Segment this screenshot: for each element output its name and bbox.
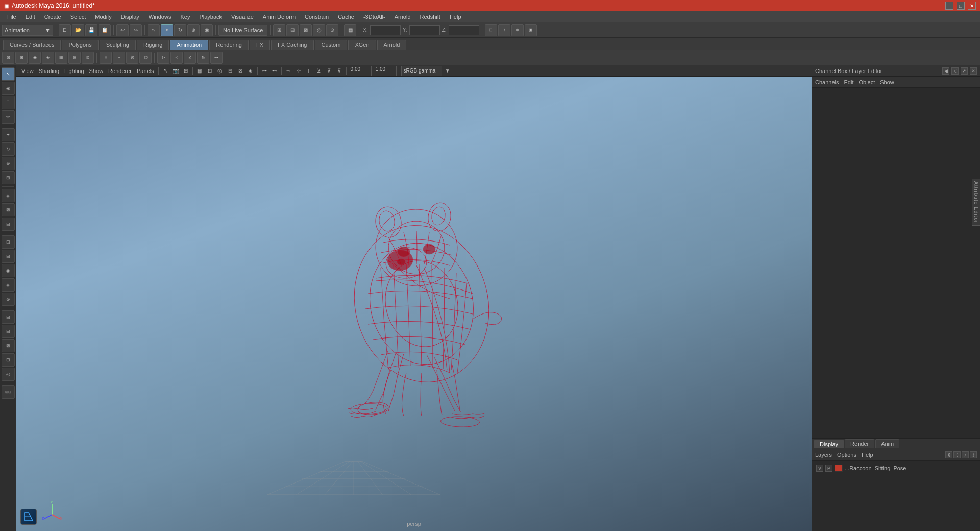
anim-btn5[interactable]: ⊙ (326, 24, 338, 36)
menu-key[interactable]: Key (176, 13, 194, 21)
vp-icon-select[interactable]: ↖ (161, 66, 170, 76)
history-btn2[interactable]: ⊟ (2, 325, 15, 338)
last-tool[interactable]: ⊟ (2, 218, 15, 231)
tab-render[interactable]: Render (845, 439, 874, 448)
menu-playback[interactable]: Playback (195, 13, 226, 21)
rp-btn2[interactable]: ◁ (951, 67, 959, 75)
tb2-key-btn2[interactable]: ⌖ (113, 52, 125, 64)
tab-rendering[interactable]: Rendering (209, 40, 249, 50)
submenu-help[interactable]: Help (862, 452, 873, 458)
tb2-key-btn4[interactable]: ⌬ (139, 52, 152, 64)
gamma-num-field[interactable]: 1.00 (374, 66, 397, 76)
menu-constrain[interactable]: Constrain (301, 13, 333, 21)
tab-xgen[interactable]: XGen (348, 40, 376, 50)
rp-btn1[interactable]: ◀ (942, 67, 949, 75)
tb2-deform-btn2[interactable]: ⊲ (170, 52, 183, 64)
tb2-deform-btn3[interactable]: ⊴ (184, 52, 196, 64)
viewport-show-menu[interactable]: Show (87, 68, 106, 74)
vp-icon-bookmark[interactable]: ⊞ (181, 66, 190, 76)
attribute-editor-tab[interactable]: Attribute Editor (972, 179, 980, 226)
snap-group2[interactable]: ◉ (2, 264, 15, 277)
vp-icon-tex[interactable]: ⊠ (236, 66, 245, 76)
layer-btn3[interactable]: ⟩ (962, 451, 969, 458)
submenu-options[interactable]: Options (837, 452, 856, 458)
paint-select-tool[interactable]: ◉ (2, 82, 15, 95)
tb2-key-btn1[interactable]: ⌗ (100, 52, 112, 64)
tb2-btn7[interactable]: ⊠ (82, 52, 94, 64)
tb2-deform-btn1[interactable]: ⊳ (157, 52, 169, 64)
anim-btn4[interactable]: ◎ (313, 24, 325, 36)
snap-group3[interactable]: ◈ (2, 278, 15, 292)
redo-button[interactable]: ↪ (130, 24, 142, 36)
tb2-btn4[interactable]: ◈ (42, 52, 54, 64)
snap-group4[interactable]: ⊗ (2, 293, 15, 306)
vp-icon-wire[interactable]: ⊟ (226, 66, 235, 76)
tb2-btn2[interactable]: ⊞ (15, 52, 28, 64)
layer-visibility[interactable]: V (816, 465, 823, 472)
tab-fx[interactable]: FX (250, 40, 270, 50)
anim-btn3[interactable]: ⊠ (300, 24, 312, 36)
lasso-tool[interactable]: ⌒ (2, 96, 15, 109)
layer-btn1[interactable]: ⟪ (945, 451, 952, 458)
viewport-renderer-menu[interactable]: Renderer (106, 68, 134, 74)
select-tool[interactable]: ↖ (148, 24, 160, 36)
history-btn5[interactable]: ◎ (2, 368, 15, 381)
vp-icon-box[interactable]: ⊡ (205, 66, 214, 76)
z-field[interactable] (449, 25, 479, 35)
viewport-view-menu[interactable]: View (19, 68, 36, 74)
history-btn4[interactable]: ⊡ (2, 353, 15, 367)
maximize-button[interactable]: □ (957, 2, 965, 10)
menu-edit[interactable]: Edit (21, 13, 39, 21)
layer-playback[interactable]: P (825, 465, 832, 472)
extra-btn1[interactable]: ⊞⊟ (2, 385, 15, 399)
vp-ao[interactable]: ⊺ (304, 66, 313, 76)
snap-view[interactable]: ▣ (525, 24, 537, 36)
universal-tool[interactable]: ⊞ (2, 171, 15, 184)
vp-isolate[interactable]: ⊸ (284, 66, 293, 76)
tab-curves-surfaces[interactable]: Curves / Surfaces (3, 40, 61, 50)
workspace-dropdown[interactable]: Animation ▼ (2, 25, 53, 36)
minimize-button[interactable]: − (945, 2, 953, 10)
tb2-key-btn3[interactable]: ⌘ (126, 52, 138, 64)
layer-btn2[interactable]: ⟨ (953, 451, 961, 458)
channels-menu-channels[interactable]: Channels (815, 79, 839, 85)
menu-arnold[interactable]: Arnold (390, 13, 415, 21)
viewport-shading-menu[interactable]: Shading (37, 68, 61, 74)
tab-arnold[interactable]: Arnold (377, 40, 407, 50)
tab-custom[interactable]: Custom (315, 40, 348, 50)
render-btn1[interactable]: ▦ (344, 24, 356, 36)
scale-tool-sidebar[interactable]: ⊕ (2, 157, 15, 170)
tab-animation[interactable]: Animation (170, 40, 208, 50)
tab-sculpting[interactable]: Sculpting (100, 40, 136, 50)
menu-help[interactable]: Help (446, 13, 465, 21)
gamma-dropdown[interactable]: sRGB gamma (401, 66, 442, 76)
show-manipulator[interactable]: ⊠ (2, 203, 15, 216)
anim-btn1[interactable]: ⊞ (273, 24, 285, 36)
vp-motion-blur[interactable]: ⊽ (335, 66, 344, 76)
viewport-panels-menu[interactable]: Panels (135, 68, 156, 74)
undo-button[interactable]: ↩ (116, 24, 129, 36)
history-btn3[interactable]: ⊠ (2, 339, 15, 352)
new-file-button[interactable]: 🗋 (59, 24, 71, 36)
rotate-tool-sidebar[interactable]: ↻ (2, 142, 15, 156)
menu-windows[interactable]: Windows (144, 13, 176, 21)
rp-close[interactable]: ✕ (970, 67, 977, 75)
vp-dof[interactable]: ⊼ (325, 66, 334, 76)
rotate-tool[interactable]: ↻ (174, 24, 186, 36)
close-button[interactable]: ✕ (968, 2, 976, 10)
menu-display[interactable]: Display (117, 13, 143, 21)
vp-icon-cam[interactable]: 📷 (171, 66, 180, 76)
vp-ssao[interactable]: ⊻ (314, 66, 324, 76)
tab-anim[interactable]: Anim (875, 439, 899, 448)
layer-btn4[interactable]: ⟫ (970, 451, 977, 458)
tb2-deform-btn4[interactable]: ⊵ (197, 52, 209, 64)
tb2-btn1[interactable]: ⊡ (2, 52, 14, 64)
viewport-lighting-menu[interactable]: Lighting (62, 68, 86, 74)
tab-fx-caching[interactable]: FX Caching (271, 40, 313, 50)
snap-curve[interactable]: ⌇ (498, 24, 510, 36)
soft-select-sidebar[interactable]: ◈ (2, 189, 15, 202)
snap-point[interactable]: ⊕ (511, 24, 524, 36)
channels-menu-edit[interactable]: Edit (844, 79, 853, 85)
vp-icon-all[interactable]: ⊷ (270, 66, 279, 76)
vp-icon-smooth[interactable]: ◎ (215, 66, 225, 76)
